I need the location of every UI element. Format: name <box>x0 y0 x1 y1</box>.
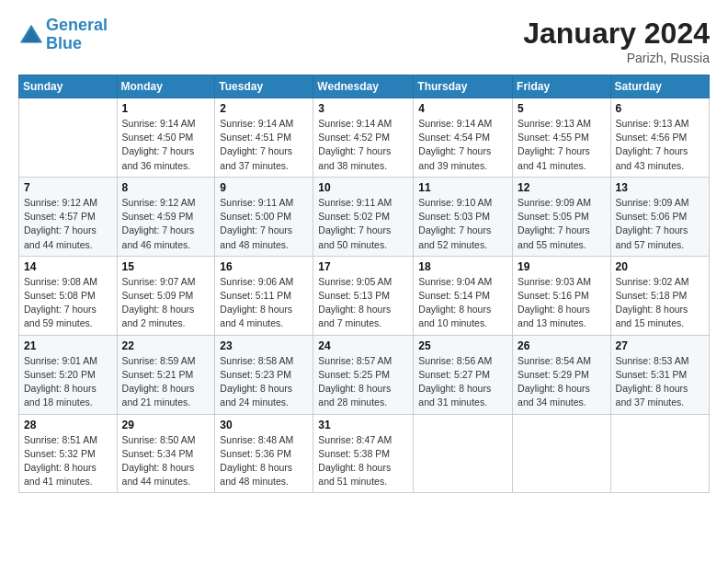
sunset-text: Sunset: 5:05 PM <box>518 211 589 222</box>
sunrise-text: Sunrise: 9:13 AM <box>518 118 591 129</box>
calendar-cell: 21Sunrise: 9:01 AMSunset: 5:20 PMDayligh… <box>19 335 118 414</box>
sunrise-text: Sunrise: 9:02 AM <box>616 276 689 287</box>
day-detail: Sunrise: 9:03 AMSunset: 5:16 PMDaylight:… <box>518 275 606 331</box>
daylight-text: Daylight: 8 hours and 15 minutes. <box>616 304 688 328</box>
week-row-4: 28Sunrise: 8:51 AMSunset: 5:32 PMDayligh… <box>19 414 710 493</box>
daylight-text: Daylight: 8 hours and 34 minutes. <box>518 383 590 408</box>
calendar-cell <box>414 414 513 493</box>
daylight-text: Daylight: 7 hours and 57 minutes. <box>616 224 688 249</box>
daylight-text: Daylight: 8 hours and 21 minutes. <box>122 383 195 408</box>
day-detail: Sunrise: 9:14 AMSunset: 4:52 PMDaylight:… <box>318 117 408 173</box>
day-number: 13 <box>616 181 704 194</box>
daylight-text: Daylight: 7 hours and 43 minutes. <box>616 145 688 170</box>
sunrise-text: Sunrise: 9:13 AM <box>616 118 689 129</box>
sunrise-text: Sunrise: 9:01 AM <box>24 355 97 366</box>
day-number: 19 <box>518 260 606 273</box>
sunrise-text: Sunrise: 8:57 AM <box>318 355 392 366</box>
location: Parizh, Russia <box>523 51 710 65</box>
calendar-cell <box>513 414 611 493</box>
daylight-text: Daylight: 8 hours and 44 minutes. <box>122 462 195 487</box>
daylight-text: Daylight: 8 hours and 18 minutes. <box>24 383 97 408</box>
day-number: 21 <box>24 339 112 352</box>
calendar-cell: 17Sunrise: 9:05 AMSunset: 5:13 PMDayligh… <box>313 256 414 335</box>
sunrise-text: Sunrise: 9:05 AM <box>318 276 392 287</box>
calendar-cell: 14Sunrise: 9:08 AMSunset: 5:08 PMDayligh… <box>19 256 118 335</box>
sunset-text: Sunset: 5:08 PM <box>24 290 96 301</box>
daylight-text: Daylight: 7 hours and 36 minutes. <box>122 145 195 170</box>
sunrise-text: Sunrise: 8:54 AM <box>518 355 591 366</box>
month-title: January 2024 <box>523 17 710 51</box>
day-number: 25 <box>418 339 507 352</box>
calendar-cell: 28Sunrise: 8:51 AMSunset: 5:32 PMDayligh… <box>19 414 118 493</box>
day-detail: Sunrise: 8:53 AMSunset: 5:31 PMDaylight:… <box>616 354 704 410</box>
col-sunday: Sunday <box>19 75 118 98</box>
day-detail: Sunrise: 8:48 AMSunset: 5:36 PMDaylight:… <box>220 433 308 489</box>
sunset-text: Sunset: 4:57 PM <box>24 211 96 222</box>
day-detail: Sunrise: 8:50 AMSunset: 5:34 PMDaylight:… <box>122 433 210 489</box>
daylight-text: Daylight: 8 hours and 7 minutes. <box>318 304 391 328</box>
week-row-0: 1Sunrise: 9:14 AMSunset: 4:50 PMDaylight… <box>19 98 710 178</box>
sunset-text: Sunset: 4:56 PM <box>616 132 688 143</box>
day-number: 23 <box>220 339 308 352</box>
daylight-text: Daylight: 8 hours and 4 minutes. <box>220 304 292 328</box>
daylight-text: Daylight: 7 hours and 39 minutes. <box>418 145 491 170</box>
daylight-text: Daylight: 7 hours and 48 minutes. <box>220 224 292 249</box>
logo-line1: General <box>46 16 108 34</box>
logo-line2: Blue <box>46 34 82 52</box>
calendar-cell: 9Sunrise: 9:11 AMSunset: 5:00 PMDaylight… <box>215 177 313 256</box>
daylight-text: Daylight: 8 hours and 37 minutes. <box>616 383 688 408</box>
day-number: 2 <box>220 102 308 115</box>
daylight-text: Daylight: 8 hours and 13 minutes. <box>518 304 590 328</box>
sunrise-text: Sunrise: 8:48 AM <box>220 434 293 445</box>
logo-icon <box>18 22 44 48</box>
sunset-text: Sunset: 5:25 PM <box>318 369 390 380</box>
day-detail: Sunrise: 9:12 AMSunset: 4:57 PMDaylight:… <box>24 196 112 252</box>
daylight-text: Daylight: 8 hours and 51 minutes. <box>318 462 391 487</box>
calendar-cell: 12Sunrise: 9:09 AMSunset: 5:05 PMDayligh… <box>513 177 611 256</box>
sunset-text: Sunset: 4:50 PM <box>122 132 194 143</box>
calendar-cell: 25Sunrise: 8:56 AMSunset: 5:27 PMDayligh… <box>414 335 513 414</box>
sunrise-text: Sunrise: 8:59 AM <box>122 355 196 366</box>
calendar-cell: 2Sunrise: 9:14 AMSunset: 4:51 PMDaylight… <box>215 98 313 178</box>
daylight-text: Daylight: 8 hours and 48 minutes. <box>220 462 292 487</box>
day-number: 29 <box>122 419 210 431</box>
calendar-cell: 10Sunrise: 9:11 AMSunset: 5:02 PMDayligh… <box>313 177 414 256</box>
day-detail: Sunrise: 9:10 AMSunset: 5:03 PMDaylight:… <box>418 196 507 252</box>
day-number: 20 <box>616 260 704 273</box>
calendar-cell: 26Sunrise: 8:54 AMSunset: 5:29 PMDayligh… <box>513 335 611 414</box>
sunrise-text: Sunrise: 9:06 AM <box>220 276 293 287</box>
day-detail: Sunrise: 9:09 AMSunset: 5:05 PMDaylight:… <box>518 196 606 252</box>
day-detail: Sunrise: 8:59 AMSunset: 5:21 PMDaylight:… <box>122 354 210 410</box>
logo: General Blue <box>18 17 108 53</box>
day-number: 28 <box>24 419 112 431</box>
week-row-1: 7Sunrise: 9:12 AMSunset: 4:57 PMDaylight… <box>19 177 710 256</box>
day-number: 3 <box>318 102 408 115</box>
sunrise-text: Sunrise: 9:11 AM <box>318 197 392 208</box>
sunset-text: Sunset: 4:52 PM <box>318 132 390 143</box>
day-detail: Sunrise: 8:56 AMSunset: 5:27 PMDaylight:… <box>418 354 507 410</box>
calendar-cell: 6Sunrise: 9:13 AMSunset: 4:56 PMDaylight… <box>610 98 709 178</box>
calendar-cell: 18Sunrise: 9:04 AMSunset: 5:14 PMDayligh… <box>414 256 513 335</box>
sunrise-text: Sunrise: 8:51 AM <box>24 434 97 445</box>
sunset-text: Sunset: 5:02 PM <box>318 211 390 222</box>
sunset-text: Sunset: 5:13 PM <box>318 290 390 301</box>
calendar-cell: 24Sunrise: 8:57 AMSunset: 5:25 PMDayligh… <box>313 335 414 414</box>
sunrise-text: Sunrise: 8:50 AM <box>122 434 196 445</box>
day-detail: Sunrise: 8:54 AMSunset: 5:29 PMDaylight:… <box>518 354 606 410</box>
daylight-text: Daylight: 7 hours and 37 minutes. <box>220 145 292 170</box>
day-detail: Sunrise: 9:08 AMSunset: 5:08 PMDaylight:… <box>24 275 112 331</box>
sunset-text: Sunset: 5:31 PM <box>616 369 688 380</box>
daylight-text: Daylight: 7 hours and 59 minutes. <box>24 304 97 328</box>
day-number: 4 <box>418 102 507 115</box>
sunset-text: Sunset: 5:27 PM <box>418 369 490 380</box>
day-number: 14 <box>24 260 112 273</box>
sunset-text: Sunset: 5:16 PM <box>518 290 589 301</box>
sunrise-text: Sunrise: 9:14 AM <box>418 118 492 129</box>
day-detail: Sunrise: 9:12 AMSunset: 4:59 PMDaylight:… <box>122 196 210 252</box>
calendar-cell: 3Sunrise: 9:14 AMSunset: 4:52 PMDaylight… <box>313 98 414 178</box>
day-number: 16 <box>220 260 308 273</box>
calendar-cell: 7Sunrise: 9:12 AMSunset: 4:57 PMDaylight… <box>19 177 118 256</box>
sunset-text: Sunset: 5:29 PM <box>518 369 589 380</box>
day-detail: Sunrise: 9:14 AMSunset: 4:51 PMDaylight:… <box>220 117 308 173</box>
calendar-cell: 11Sunrise: 9:10 AMSunset: 5:03 PMDayligh… <box>414 177 513 256</box>
